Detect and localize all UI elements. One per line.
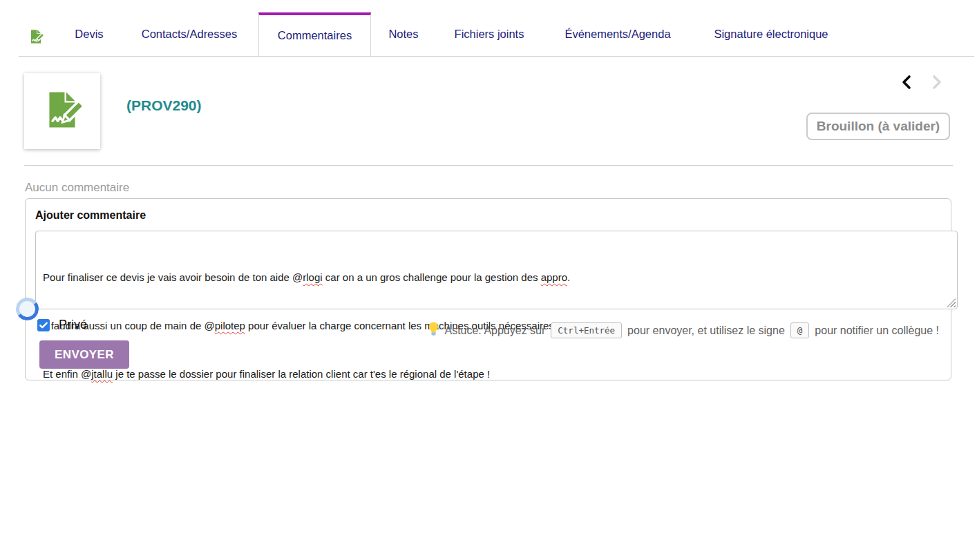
kbd-at-sign: @ — [790, 322, 810, 338]
comment-text: Pour finaliser ce devis je vais avoir be… — [43, 271, 303, 283]
page-title: (PROV290) — [126, 97, 202, 114]
banner-divider — [24, 165, 953, 166]
tab-fichiers-joints[interactable]: Fichiers joints — [435, 12, 543, 56]
mention-rlogi: rlogi — [303, 271, 322, 283]
private-checkbox[interactable] — [37, 319, 50, 331]
page: Devis Contacts/Adresses Commentaires Not… — [0, 0, 977, 560]
file-signature-icon — [28, 29, 44, 44]
tip-text: Astuce: Appuyez sur — [444, 325, 545, 337]
kbd-ctrl-enter: Ctrl+Entrée — [551, 322, 622, 338]
mention-jtallu: jtallu — [91, 368, 113, 380]
mention-pilotep: pilotep — [215, 320, 245, 331]
next-record-button[interactable] — [928, 74, 945, 90]
tab-commentaires[interactable]: Commentaires — [258, 12, 371, 56]
add-comment-box: Ajouter commentaire Pour finaliser ce de… — [25, 198, 951, 380]
comment-text: . — [567, 271, 570, 283]
comment-line: Pour finaliser ce devis je vais avoir be… — [43, 269, 950, 285]
check-icon — [39, 320, 48, 330]
tip-text: pour envoyer, et utilisez le signe — [627, 325, 785, 337]
comment-text: car on a un gros challenge pour la gesti… — [323, 271, 541, 283]
tab-bar: Devis Contacts/Adresses Commentaires Not… — [0, 0, 977, 57]
object-thumbnail[interactable] — [24, 73, 100, 149]
tip-text: pour notifier un collègue ! — [815, 325, 939, 337]
no-comment-text: Aucun commentaire — [25, 181, 129, 195]
comment-text: Et enfin @ — [43, 368, 91, 380]
tab-devis[interactable]: Devis — [61, 12, 117, 56]
comment-textarea[interactable]: Pour finaliser ce devis je vais avoir be… — [35, 231, 958, 309]
tab-contacts-adresses[interactable]: Contacts/Adresses — [124, 12, 254, 56]
lightbulb-icon — [428, 322, 439, 339]
add-comment-heading: Ajouter commentaire — [35, 209, 146, 222]
status-badge: Brouillon (à valider) — [806, 113, 950, 140]
tab-signature-electronique[interactable]: Signature électronique — [694, 12, 848, 56]
file-signature-icon — [42, 90, 82, 133]
tab-evenements-agenda[interactable]: Événements/Agenda — [546, 12, 690, 56]
prev-record-button[interactable] — [899, 74, 916, 90]
tab-bar-divider — [19, 56, 974, 57]
private-checkbox-row[interactable]: Privé — [37, 318, 87, 332]
shortcut-tip: Astuce: Appuyez sur Ctrl+Entrée pour env… — [428, 322, 939, 339]
misspelled-word-appro: appro — [541, 271, 567, 283]
send-button[interactable]: ENVOYER — [39, 340, 129, 369]
tab-notes[interactable]: Notes — [374, 12, 433, 56]
chevron-left-icon — [899, 74, 916, 90]
private-label: Privé — [59, 318, 87, 332]
comment-line: Et enfin @jtallu je te passe le dossier … — [43, 366, 950, 382]
comment-text: je te passe le dossier pour finaliser la… — [113, 368, 490, 380]
resize-handle[interactable] — [947, 298, 956, 307]
chevron-right-icon — [928, 74, 945, 90]
